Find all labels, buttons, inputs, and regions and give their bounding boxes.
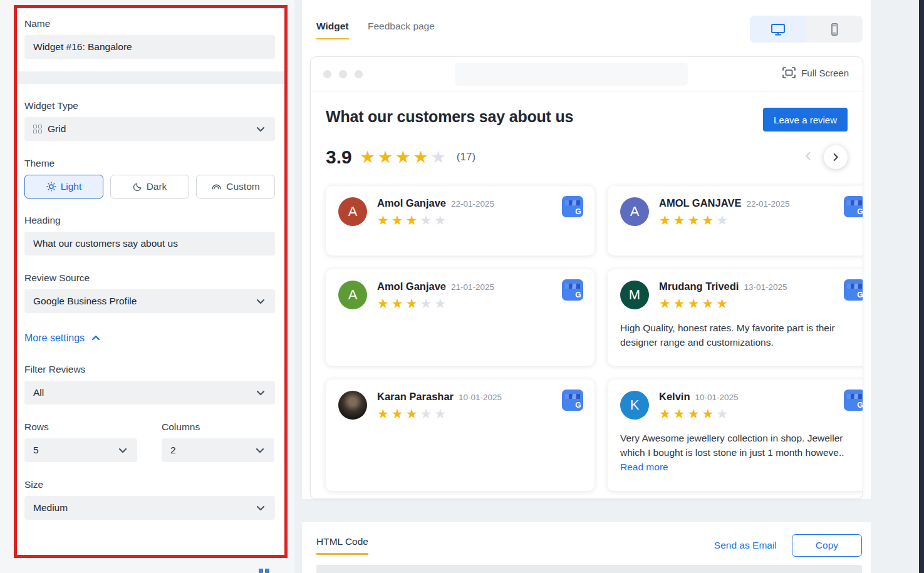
widget-preview-window: Full Screen What our customers say about… — [310, 56, 863, 499]
review-star-rating: ★★★★★ — [659, 296, 787, 311]
review-text: High Quality, honest rates. My favorite … — [620, 321, 863, 350]
preview-tabs: Widget Feedback page — [302, 0, 871, 56]
full-screen-button[interactable]: Full Screen — [782, 67, 849, 78]
google-business-icon: G — [562, 279, 583, 301]
name-label: Name — [24, 18, 274, 29]
fullscreen-icon — [782, 67, 796, 78]
star-filled-icon: ★ — [392, 213, 406, 228]
leave-review-button[interactable]: Leave a review — [763, 108, 848, 132]
heading-input[interactable] — [24, 232, 275, 256]
star-filled-icon: ★ — [377, 406, 392, 421]
filter-reviews-select[interactable]: All — [24, 381, 275, 405]
columns-label: Columns — [162, 421, 274, 433]
sun-icon — [46, 182, 56, 192]
review-count: (17) — [457, 151, 475, 163]
star-filled-icon: ★ — [688, 213, 702, 228]
star-filled-icon: ★ — [716, 296, 730, 311]
send-as-email-link[interactable]: Send as Email — [714, 540, 777, 551]
star-filled-icon: ★ — [360, 147, 378, 167]
widget-heading: What our customers say about us — [326, 108, 573, 126]
settings-main-section: Widget Type Grid Theme Light Dark — [17, 84, 284, 555]
star-filled-icon: ★ — [413, 147, 430, 167]
carousel-prev-button[interactable] — [802, 150, 814, 165]
chevron-right-icon — [830, 152, 841, 163]
settings-sidebar: Name Widget Type Grid Theme Light — [0, 0, 294, 573]
svg-text:G: G — [575, 291, 581, 299]
star-empty-icon: ★ — [434, 296, 449, 311]
google-business-icon: G — [844, 196, 863, 217]
star-filled-icon: ★ — [688, 406, 702, 421]
review-text: Very Awesome jewellery collection in sho… — [620, 431, 863, 460]
desktop-icon — [770, 22, 786, 37]
right-edge-strip — [919, 0, 924, 573]
review-card: AAmol Ganjave21-01-2025★★★★★G — [326, 269, 594, 366]
columns-select[interactable]: 2 — [162, 438, 274, 462]
reviewer-initial-avatar: K — [620, 391, 649, 420]
size-select[interactable]: Medium — [24, 496, 275, 520]
chevron-down-icon — [117, 445, 128, 456]
tab-widget[interactable]: Widget — [316, 21, 349, 39]
google-business-icon: G — [562, 390, 583, 411]
address-bar — [455, 63, 688, 86]
carousel-next-button[interactable] — [824, 145, 848, 169]
theme-dark-button[interactable]: Dark — [110, 175, 189, 199]
tab-html-code[interactable]: HTML Code — [316, 536, 368, 555]
star-filled-icon: ★ — [673, 406, 688, 421]
star-empty-icon: ★ — [420, 213, 434, 228]
reviewer-initial-avatar: A — [338, 281, 367, 309]
reviewer-name: Amol Ganjave — [377, 197, 446, 209]
more-settings-toggle[interactable]: More settings — [24, 333, 101, 344]
review-star-rating: ★★★★★ — [377, 296, 494, 311]
clipped-blue-icon — [259, 569, 269, 573]
star-filled-icon: ★ — [659, 296, 673, 311]
review-star-rating: ★★★★★ — [659, 213, 789, 228]
theme-light-button[interactable]: Light — [24, 175, 103, 199]
star-filled-icon: ★ — [406, 406, 420, 421]
copy-button[interactable]: Copy — [792, 534, 862, 557]
review-date: 22-01-2025 — [746, 199, 789, 209]
star-empty-icon: ★ — [420, 406, 434, 421]
svg-text:G: G — [857, 291, 863, 299]
review-source-select[interactable]: Google Business Profile — [24, 289, 275, 313]
star-filled-icon: ★ — [378, 147, 395, 167]
read-more-link[interactable]: Read more — [620, 462, 668, 473]
review-source-label: Review Source — [24, 272, 274, 284]
filter-reviews-label: Filter Reviews — [24, 364, 274, 375]
review-card: MMrudang Trivedi13-01-2025★★★★★GHigh Qua… — [608, 269, 863, 366]
star-filled-icon: ★ — [395, 147, 413, 167]
chevron-down-icon — [254, 445, 266, 456]
review-card: AAmol Ganjave22-01-2025★★★★★G — [326, 186, 594, 256]
theme-label: Theme — [24, 158, 274, 169]
google-business-icon: G — [844, 279, 863, 301]
reviewer-initial-avatar: A — [620, 197, 649, 226]
review-date: 13-01-2025 — [744, 282, 787, 292]
star-filled-icon: ★ — [377, 296, 392, 311]
review-source-value: Google Business Profile — [33, 296, 137, 307]
rows-value: 5 — [33, 445, 39, 456]
svg-text:G: G — [575, 207, 581, 216]
google-source-badge: G — [844, 390, 863, 413]
star-filled-icon: ★ — [702, 213, 716, 228]
star-filled-icon: ★ — [406, 213, 420, 228]
star-filled-icon: ★ — [406, 296, 420, 311]
widget-name-input[interactable] — [24, 35, 275, 59]
html-code-panel: HTML Code Send as Email Copy — [302, 522, 871, 573]
chevron-down-icon — [255, 502, 266, 514]
widget-type-select[interactable]: Grid — [24, 117, 275, 141]
device-toggle — [750, 16, 863, 43]
rows-select[interactable]: 5 — [24, 438, 137, 462]
google-source-badge: G — [562, 390, 583, 413]
star-filled-icon: ★ — [659, 213, 673, 228]
desktop-toggle-button[interactable] — [750, 16, 806, 43]
chevron-up-icon — [91, 333, 101, 343]
mobile-toggle-button[interactable] — [806, 16, 863, 43]
theme-light-label: Light — [61, 181, 82, 192]
chevron-down-icon — [255, 296, 266, 307]
review-date: 10-01-2025 — [459, 393, 502, 402]
palette-arc-icon — [211, 182, 222, 192]
star-filled-icon: ★ — [377, 213, 392, 228]
theme-custom-button[interactable]: Custom — [196, 175, 275, 199]
tab-feedback-page[interactable]: Feedback page — [368, 21, 435, 32]
reviewer-photo-avatar — [338, 391, 367, 420]
full-screen-label: Full Screen — [801, 68, 849, 78]
